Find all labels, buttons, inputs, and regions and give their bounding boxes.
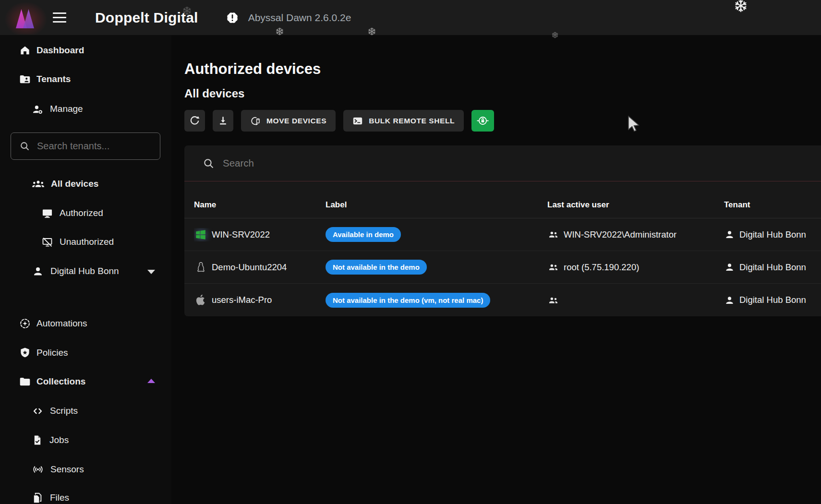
table-row[interactable]: WIN-SRV2022 Available in demo WIN-SRV202… [184, 218, 821, 251]
sidebar-item-label: Tenants [36, 74, 71, 84]
app-title: Doppelt Digital [95, 10, 198, 26]
bulk-remote-shell-label: BULK REMOTE SHELL [369, 117, 455, 125]
sidebar-item-label: Dashboard [36, 45, 84, 56]
device-name-cell: Demo-Ubuntu2204 [194, 261, 326, 274]
device-name: Demo-Ubuntu2204 [212, 262, 287, 273]
search-icon [203, 157, 215, 169]
folder-icon [19, 375, 31, 388]
move-devices-label: MOVE DEVICES [266, 117, 326, 125]
status-badge: Not available in the demo [326, 260, 427, 275]
sidebar-item-tenant-digital-hub-bonn[interactable]: Digital Hub Bonn [0, 261, 171, 281]
refresh-button[interactable] [184, 110, 205, 132]
chevron-down-icon[interactable] [147, 270, 155, 274]
table-row[interactable]: users-iMac-Pro Not available in the demo… [184, 284, 821, 316]
apple-logo-icon [194, 293, 207, 307]
column-header-label[interactable]: Label [326, 200, 547, 218]
task-doc-icon [32, 434, 43, 446]
label-cell: Available in demo [326, 227, 547, 242]
sidebar-item-dashboard[interactable]: Dashboard [0, 40, 171, 60]
section-title: All devices [184, 87, 244, 100]
new-release-icon[interactable] [225, 11, 240, 25]
search-icon [19, 141, 30, 152]
menu-icon[interactable] [53, 7, 74, 28]
device-toolbar: MOVE DEVICES BULK REMOTE SHELL [184, 110, 494, 132]
refresh-icon [189, 115, 200, 126]
chevron-up-icon[interactable] [147, 379, 155, 383]
person-icon [724, 229, 735, 240]
bulk-remote-shell-button[interactable]: BULK REMOTE SHELL [343, 110, 464, 132]
automations-icon [19, 317, 31, 330]
group-icon [547, 228, 559, 240]
device-name-cell: WIN-SRV2022 [194, 228, 326, 241]
person-icon [32, 265, 44, 277]
table-row[interactable]: Demo-Ubuntu2204 Not available in the dem… [184, 251, 821, 284]
manage-accounts-icon [32, 103, 44, 115]
tenant-search-box[interactable] [11, 132, 160, 160]
label-cell: Not available in the demo (vm, not real … [326, 293, 547, 308]
sidebar-item-unauthorized[interactable]: Unauthorized [0, 232, 171, 252]
column-header-last-active-user[interactable]: Last active user [547, 200, 724, 218]
last-active-user: WIN-SRV2022\Administrator [564, 229, 676, 240]
status-badge: Not available in the demo (vm, not real … [326, 293, 490, 308]
sidebar-item-all-devices[interactable]: All devices [0, 174, 171, 194]
tenant-name: Digital Hub Bonn [739, 295, 806, 305]
sidebar-item-automations[interactable]: Automations [0, 313, 171, 334]
device-search-input[interactable] [223, 157, 559, 169]
last-active-user-cell: WIN-SRV2022\Administrator [547, 228, 724, 240]
sidebar-item-label: Sensors [50, 464, 84, 475]
status-badge: Available in demo [326, 227, 401, 242]
home-icon [19, 44, 31, 57]
logo-glow [4, 1, 48, 35]
secure-connect-button[interactable] [471, 110, 494, 132]
person-icon [724, 295, 735, 306]
column-header-name[interactable]: Name [194, 200, 326, 218]
sidebar-item-authorized[interactable]: Authorized [0, 203, 171, 223]
last-active-user-cell [547, 294, 724, 306]
sidebar-item-scripts[interactable]: Scripts [0, 401, 171, 421]
sidebar-item-label: Unauthorized [60, 237, 114, 247]
table-header-row: Name Label Last active user Tenant [184, 181, 821, 218]
tenant-search-input[interactable] [37, 141, 147, 152]
sidebar-item-label: Authorized [60, 208, 103, 218]
sidebar-item-label: Policies [36, 348, 68, 358]
device-name: users-iMac-Pro [212, 295, 272, 305]
sidebar-item-label: Manage [50, 104, 83, 114]
person-icon [724, 262, 735, 273]
sensors-icon [32, 463, 44, 476]
group-icon [547, 294, 559, 306]
sidebar-item-tenants[interactable]: Tenants [0, 69, 171, 89]
sidebar-item-collections[interactable]: Collections [0, 372, 171, 392]
sidebar-item-label: Digital Hub Bonn [50, 266, 119, 276]
last-active-user-cell: root (5.75.190.220) [547, 261, 724, 273]
sidebar-item-manage[interactable]: Manage [0, 99, 171, 119]
monitor-off-icon [41, 236, 53, 248]
file-copy-icon [32, 492, 44, 504]
linux-tux-icon [194, 261, 207, 274]
code-icon [32, 405, 44, 417]
shield-star-icon [19, 347, 31, 359]
vpn-lock-icon [477, 115, 489, 127]
sidebar-item-jobs[interactable]: Jobs [0, 430, 171, 450]
device-name: WIN-SRV2022 [212, 229, 270, 240]
column-header-tenant[interactable]: Tenant [724, 200, 821, 218]
sidebar-item-label: All devices [51, 179, 98, 189]
device-search[interactable] [184, 145, 821, 181]
download-icon [217, 115, 229, 126]
group-icon [547, 261, 559, 273]
sidebar-item-sensors[interactable]: Sensors [0, 459, 171, 480]
sidebar-item-policies[interactable]: Policies [0, 343, 171, 363]
label-cell: Not available in the demo [326, 260, 547, 275]
sidebar-item-files[interactable]: Files [0, 488, 171, 504]
download-button[interactable] [213, 110, 233, 132]
groups-icon [32, 178, 45, 191]
tenant-cell: Digital Hub Bonn [724, 229, 821, 240]
move-devices-button[interactable]: MOVE DEVICES [241, 110, 336, 132]
folder-shared-icon [19, 73, 31, 85]
tenant-name: Digital Hub Bonn [739, 262, 806, 273]
sidebar-item-label: Collections [36, 376, 85, 387]
terminal-icon [352, 116, 363, 126]
top-app-bar: Doppelt Digital Abyssal Dawn 2.6.0.2e [0, 0, 821, 35]
monitor-icon [41, 207, 53, 219]
last-active-user: root (5.75.190.220) [564, 262, 639, 273]
app-logo[interactable] [0, 0, 46, 35]
